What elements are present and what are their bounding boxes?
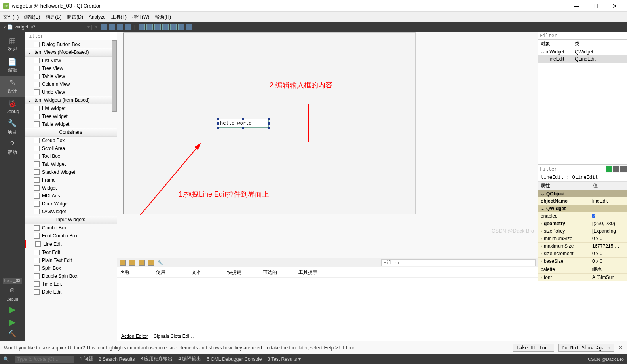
prop-row[interactable]: ›sizePolicy[Expanding bbox=[538, 228, 627, 235]
paste-action-icon[interactable] bbox=[139, 260, 145, 266]
form-canvas[interactable]: 2.编辑输入框的内容 1.拖拽Line Edit控件到界面上 hello wor… bbox=[123, 32, 416, 214]
prop-row[interactable]: ›geometry[(260, 230), bbox=[538, 220, 627, 228]
resize-handle[interactable] bbox=[268, 118, 270, 120]
widget-item[interactable]: Spin Box bbox=[25, 264, 117, 272]
mode-edit[interactable]: 📄编辑 bbox=[0, 55, 25, 76]
widget-item[interactable]: MDI Area bbox=[25, 192, 117, 200]
menu-debug[interactable]: 调试(D) bbox=[67, 14, 83, 21]
resize-handle[interactable] bbox=[268, 122, 270, 125]
chevron-left-icon[interactable]: ‹ bbox=[4, 24, 6, 30]
widget-item[interactable]: Tool Box bbox=[25, 152, 117, 160]
prop-row[interactable]: ›fontA [SimSun bbox=[538, 274, 627, 281]
mode-welcome[interactable]: ▦欢迎 bbox=[0, 34, 25, 55]
copy-action-icon[interactable] bbox=[129, 260, 135, 266]
spacer-h-icon[interactable] bbox=[162, 24, 169, 30]
widget-item[interactable]: Dialog Button Box bbox=[25, 40, 117, 48]
resize-handle[interactable] bbox=[242, 127, 244, 129]
menu-build[interactable]: 构建(B) bbox=[46, 14, 61, 21]
widget-item[interactable]: Table View bbox=[25, 72, 117, 80]
col-name[interactable]: 名称 bbox=[120, 269, 156, 276]
resize-handle[interactable] bbox=[217, 118, 219, 120]
resize-handle[interactable] bbox=[217, 127, 219, 129]
col-tooltip[interactable]: 工具提示 bbox=[298, 269, 334, 276]
mode-debug[interactable]: 🐞Debug bbox=[0, 97, 25, 117]
prop-row[interactable]: ›sizeIncrement0 x 0 bbox=[538, 250, 627, 258]
output-issues[interactable]: 1 问题 bbox=[80, 356, 93, 362]
col-text[interactable]: 文本 bbox=[192, 269, 227, 276]
output-search[interactable]: 2 Search Results bbox=[99, 356, 135, 362]
layout-break-icon[interactable] bbox=[146, 24, 153, 30]
widget-item[interactable]: Table Widget bbox=[25, 120, 117, 128]
col-class[interactable]: 类 bbox=[575, 40, 580, 47]
tab-action-editor[interactable]: Action Editor bbox=[121, 334, 148, 339]
mode-help[interactable]: ?帮助 bbox=[0, 138, 25, 158]
layout-h-icon[interactable] bbox=[101, 24, 107, 30]
layout-adjust-icon[interactable] bbox=[154, 24, 161, 30]
widget-item[interactable]: Group Box bbox=[25, 136, 117, 144]
widget-item[interactable]: Double Spin Box bbox=[25, 272, 117, 280]
widget-item[interactable]: Plain Text Edit bbox=[25, 256, 117, 264]
menu-analyze[interactable]: Analyze bbox=[89, 14, 106, 20]
build-button[interactable]: 🔨 bbox=[8, 330, 16, 337]
prop-row[interactable]: ›maximumSize16777215 … bbox=[538, 243, 627, 250]
widget-category[interactable]: ⌄Item Widgets (Item-Based) bbox=[25, 96, 117, 104]
widget-item[interactable]: Column View bbox=[25, 80, 117, 88]
menu-edit[interactable]: 编辑(E) bbox=[24, 14, 40, 21]
widget-item[interactable]: Scroll Area bbox=[25, 144, 117, 152]
menu-widgets[interactable]: 控件(W) bbox=[132, 14, 149, 21]
mode-projects[interactable]: 🔧项目 bbox=[0, 117, 25, 138]
col-value[interactable]: 值 bbox=[593, 182, 598, 189]
run-debug-button[interactable]: ▶ bbox=[10, 317, 15, 327]
lineedit-widget[interactable]: hello world bbox=[218, 119, 269, 128]
objtree-row-lineedit[interactable]: lineEdit QLineEdit bbox=[538, 55, 627, 63]
widget-item[interactable]: Undo View bbox=[25, 88, 117, 96]
resize-handle[interactable] bbox=[268, 127, 270, 129]
widget-category[interactable]: Input Widgets bbox=[25, 216, 117, 224]
take-tour-button[interactable]: Take UI Tour bbox=[513, 344, 554, 352]
action-filter-input[interactable] bbox=[381, 259, 536, 266]
output-compile[interactable]: 4 编译输出 bbox=[178, 356, 201, 362]
widget-item[interactable]: Text Edit bbox=[25, 248, 117, 256]
widget-item[interactable]: Dock Widget bbox=[25, 200, 117, 208]
spacer-v-icon[interactable] bbox=[170, 24, 177, 30]
delete-action-icon[interactable] bbox=[148, 260, 154, 266]
menu-file[interactable]: 文件(F) bbox=[3, 14, 19, 21]
run-button[interactable]: ▶ bbox=[10, 305, 15, 314]
grid-icon[interactable] bbox=[178, 24, 184, 30]
output-qml[interactable]: 5 QML Debugger Console bbox=[207, 356, 262, 362]
prop-row[interactable]: ›baseSize0 x 0 bbox=[538, 258, 627, 265]
widget-category[interactable]: ⌄Item Views (Model-Based) bbox=[25, 48, 117, 57]
property-filter-input[interactable] bbox=[538, 165, 606, 173]
layout-grid-icon[interactable] bbox=[125, 24, 131, 30]
prop-row[interactable]: objectNamelineEdit bbox=[538, 197, 627, 205]
menu-help[interactable]: 帮助(H) bbox=[155, 14, 171, 21]
widget-item[interactable]: Line Edit bbox=[25, 240, 116, 248]
widget-category[interactable]: Containers bbox=[25, 128, 117, 136]
widget-item[interactable]: Frame bbox=[25, 176, 117, 184]
close-button[interactable]: ✕ bbox=[606, 0, 624, 12]
widget-item[interactable]: Font Combo Box bbox=[25, 232, 117, 240]
prop-row[interactable]: ›minimumSize0 x 0 bbox=[538, 235, 627, 243]
scrollbar-thumb[interactable] bbox=[112, 40, 117, 112]
col-object[interactable]: 对象 bbox=[541, 40, 575, 47]
widget-item[interactable]: Tab Widget bbox=[25, 160, 117, 168]
current-file[interactable]: widget.ui* bbox=[15, 24, 35, 30]
widget-item[interactable]: Date Edit bbox=[25, 288, 117, 296]
preview-icon[interactable] bbox=[186, 24, 192, 30]
layout-v-icon[interactable] bbox=[109, 24, 115, 30]
maximize-button[interactable]: ☐ bbox=[587, 0, 605, 12]
widgetbox-filter-input[interactable] bbox=[25, 32, 117, 40]
output-tests[interactable]: 8 Test Results ▾ bbox=[267, 356, 300, 362]
widget-item[interactable]: List View bbox=[25, 57, 117, 64]
prop-row[interactable]: enabled✓ bbox=[538, 212, 627, 220]
monitor-icon[interactable]: ⎚ bbox=[10, 287, 14, 294]
add-prop-icon[interactable] bbox=[606, 166, 612, 172]
new-action-icon[interactable] bbox=[120, 260, 126, 266]
col-used[interactable]: 使用 bbox=[156, 269, 192, 276]
locator-input[interactable] bbox=[15, 356, 74, 363]
tab-signals-slots[interactable]: Signals Slots Edi… bbox=[154, 334, 194, 339]
col-checkable[interactable]: 可选的 bbox=[263, 269, 298, 276]
widget-item[interactable]: Stacked Widget bbox=[25, 168, 117, 176]
layout-form-icon[interactable] bbox=[139, 24, 145, 30]
col-property[interactable]: 属性 bbox=[541, 182, 593, 189]
